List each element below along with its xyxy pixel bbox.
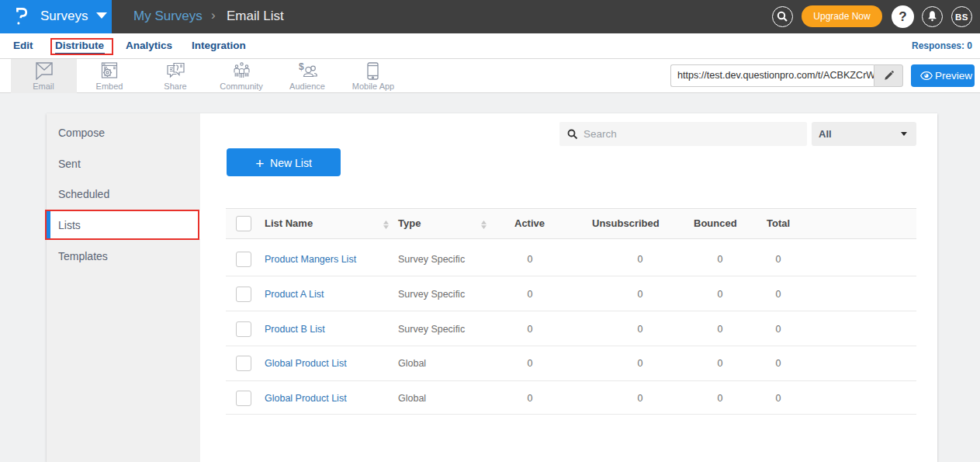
svg-text:$: $ — [299, 62, 304, 72]
